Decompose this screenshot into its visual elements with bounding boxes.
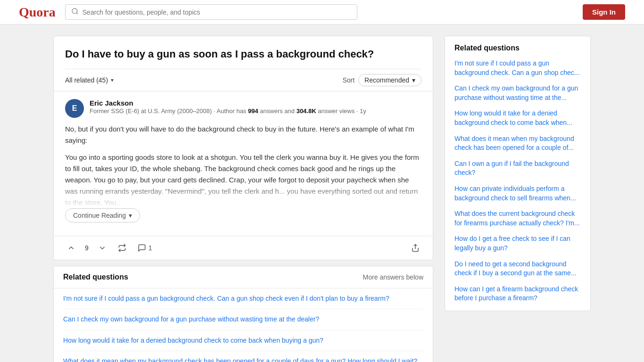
related-header-bar: Related questions More answers below — [54, 266, 433, 288]
list-item: What does it mean when my background che… — [63, 351, 423, 362]
sidebar-item: Can I check my own background for a gun … — [454, 84, 581, 102]
sidebar-item: What does the current background check f… — [454, 209, 581, 228]
sidebar-question-link[interactable]: Can I own a gun if I fail the background… — [454, 160, 569, 177]
related-list: I'm not sure if I could pass a gun backg… — [54, 288, 433, 362]
upvote-button[interactable] — [65, 242, 77, 254]
sort-area: Sort Recommended ▾ — [342, 74, 421, 86]
related-questions-main: Related questions More answers below I'm… — [53, 266, 433, 362]
sidebar-item: I'm not sure if I could pass a gun backg… — [454, 59, 581, 77]
downvote-button[interactable] — [96, 242, 108, 254]
quora-logo[interactable]: Quora — [19, 5, 56, 20]
recommended-label: Recommended — [364, 76, 409, 84]
sidebar-item: How do I get a free check to see if I ca… — [454, 234, 581, 253]
sidebar-item: How can private individuals perform a ba… — [454, 184, 581, 203]
sort-label: Sort — [342, 76, 355, 84]
main-content: Do I have to buy a gun as soon as I pass… — [53, 36, 433, 362]
filter-bar: All related (45) ▾ Sort Recommended ▾ — [65, 69, 421, 91]
sidebar-item: What does it mean when my background che… — [454, 134, 581, 153]
answer-para-1: No, but if you don't you will have to do… — [65, 123, 421, 146]
sidebar-item: Do I need to get a second background che… — [454, 260, 581, 278]
sidebar-question-link[interactable]: How can I get a firearm background check… — [454, 285, 578, 302]
answer-section: E Eric Jackson Former SSG (E-6) at U.S. … — [53, 91, 433, 236]
svg-point-0 — [72, 8, 77, 14]
all-related-toggle[interactable]: All related (45) ▾ — [65, 76, 114, 84]
list-item: I'm not sure if I could pass a gun backg… — [63, 288, 423, 310]
sidebar-item: How can I get a firearm background check… — [454, 285, 581, 303]
sidebar-question-link[interactable]: How can private individuals perform a ba… — [454, 185, 576, 202]
downvote-icon — [98, 244, 107, 252]
related-question-link[interactable]: How long would it take for a denied back… — [63, 337, 323, 344]
all-related-label: All related (45) — [65, 76, 108, 84]
search-bar — [65, 4, 357, 20]
list-item: Can I check my own background for a gun … — [63, 309, 423, 330]
upvote-icon — [67, 244, 75, 252]
sidebar-title: Related questions — [454, 44, 581, 52]
continue-reading-button[interactable]: Continue Reading ▾ — [65, 208, 140, 222]
sidebar-question-link[interactable]: Can I check my own background for a gun … — [454, 84, 578, 101]
page-container: Do I have to buy a gun as soon as I pass… — [44, 25, 600, 362]
continue-chevron-icon: ▾ — [129, 212, 132, 219]
sidebar-question-link[interactable]: Do I need to get a second background che… — [454, 260, 576, 277]
author-name[interactable]: Eric Jackson — [90, 99, 421, 107]
upvote-count: 9 — [85, 244, 89, 252]
sidebar-question-link[interactable]: How do I get a free check to see if I ca… — [454, 235, 570, 252]
question-title: Do I have to buy a gun as soon as I pass… — [65, 48, 421, 61]
sidebar-card: Related questions I'm not sure if I coul… — [445, 36, 591, 311]
search-icon — [71, 8, 79, 16]
avatar: E — [65, 99, 84, 118]
sidebar-list: I'm not sure if I could pass a gun backg… — [454, 59, 581, 303]
header: Quora Sign In — [0, 0, 644, 25]
sort-chevron-icon: ▾ — [412, 76, 415, 84]
chevron-down-icon: ▾ — [111, 77, 114, 83]
related-question-link[interactable]: What does it mean when my background che… — [63, 357, 417, 362]
search-input[interactable] — [83, 8, 351, 16]
more-answers-label: More answers below — [363, 273, 423, 281]
sidebar-item: How long would it take for a denied back… — [454, 109, 581, 127]
sidebar: Related questions I'm not sure if I coul… — [445, 36, 591, 362]
sidebar-item: Can I own a gun if I fail the background… — [454, 159, 581, 178]
repost-button[interactable] — [116, 242, 128, 254]
comment-icon — [138, 244, 146, 252]
sign-in-button[interactable]: Sign In — [583, 4, 625, 20]
sidebar-question-link[interactable]: How long would it take for a denied back… — [454, 109, 572, 126]
repost-icon — [118, 244, 126, 252]
sidebar-question-link[interactable]: What does the current background check f… — [454, 210, 580, 227]
action-bar: 9 1 — [53, 236, 433, 260]
answer-body: No, but if you don't you will have to do… — [65, 123, 421, 208]
related-questions-title: Related questions — [63, 273, 128, 281]
comment-button[interactable]: 1 — [136, 242, 154, 254]
question-card: Do I have to buy a gun as soon as I pass… — [53, 36, 433, 91]
answer-author: E Eric Jackson Former SSG (E-6) at U.S. … — [65, 99, 421, 118]
related-question-link[interactable]: Can I check my own background for a gun … — [63, 315, 319, 323]
author-meta: Former SSG (E-6) at U.S. Army (2000–2008… — [90, 107, 421, 115]
author-info: Eric Jackson Former SSG (E-6) at U.S. Ar… — [90, 99, 421, 115]
sort-dropdown[interactable]: Recommended ▾ — [358, 74, 421, 86]
share-button[interactable] — [409, 242, 421, 254]
svg-line-1 — [76, 13, 78, 14]
list-item: How long would it take for a denied back… — [63, 330, 423, 352]
comment-count: 1 — [149, 244, 152, 252]
sidebar-question-link[interactable]: I'm not sure if I could pass a gun backg… — [454, 59, 579, 76]
answer-para-2: You go into a sporting goods store to lo… — [65, 152, 421, 208]
sidebar-question-link[interactable]: What does it mean when my background che… — [454, 135, 574, 152]
share-icon — [411, 244, 420, 252]
related-question-link[interactable]: I'm not sure if I could pass a gun backg… — [63, 295, 389, 302]
